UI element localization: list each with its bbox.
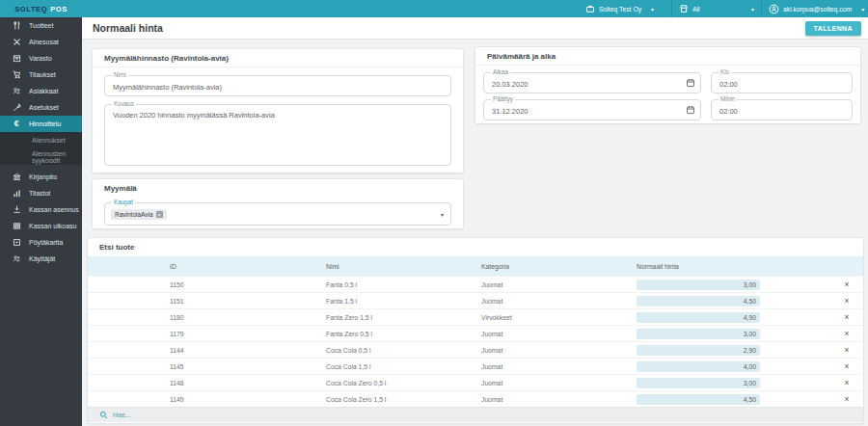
product-name: Fanta Zero 1,5 l — [326, 314, 481, 321]
end-date-field[interactable]: Päättyy 31.12.2020 — [483, 99, 701, 120]
sidebar-item-poytakartta[interactable]: Pöytäkartta — [0, 234, 82, 251]
product-name: Coca Cola 1,5 l — [326, 363, 481, 370]
product-id: 1151 — [170, 298, 326, 305]
price-input[interactable]: 3,00 — [637, 378, 760, 388]
sidebar-item-alennukset[interactable]: Alennukset — [0, 132, 82, 148]
location-value: All — [692, 6, 700, 13]
chevron-down-icon: ▾ — [651, 6, 654, 13]
page-title: Normaali hinta — [93, 22, 163, 34]
calendar-icon[interactable] — [686, 105, 695, 115]
remove-row-icon[interactable]: × — [830, 361, 863, 371]
remove-row-icon[interactable]: × — [830, 378, 863, 387]
sidebar-item-label: Pöytäkartta — [29, 239, 63, 246]
sidebar-item-tilastot[interactable]: Tilastot — [0, 185, 82, 201]
search-icon — [99, 411, 108, 419]
product-id: 1179 — [170, 331, 326, 337]
table-row: 1144 Coca Cola 0,5 l Juomat 2,90 × — [88, 341, 863, 358]
chevron-down-icon[interactable]: ▾ — [441, 211, 444, 218]
price-input[interactable]: 2,90 — [637, 345, 760, 356]
remove-row-icon[interactable]: × — [830, 312, 863, 322]
product-id: 1144 — [170, 347, 326, 354]
sidebar-item-ainesosat[interactable]: Ainesosat — [0, 34, 82, 50]
price-input[interactable]: 4,50 — [637, 296, 760, 306]
save-button[interactable]: TALLENNA — [805, 21, 861, 36]
start-date-field[interactable]: Alkaa 20.03.2020 — [483, 72, 701, 93]
price-input[interactable]: 3,00 — [637, 329, 760, 339]
sidebar-item-varasto[interactable]: Varasto — [0, 50, 82, 67]
price-input[interactable]: 4,90 — [637, 312, 760, 323]
products-card-title: Etsi tuote — [88, 238, 863, 256]
product-id: 1180 — [170, 314, 326, 321]
remove-row-icon[interactable]: × — [830, 280, 863, 289]
name-field[interactable]: Nimi Myymälähinnasto (Ravintola-avia) — [104, 75, 451, 96]
grid-layout-icon — [12, 222, 21, 231]
price-input[interactable]: 3,00 — [637, 280, 760, 290]
stores-multiselect[interactable]: Kaupat RavintolaAvia × ▾ — [104, 202, 451, 226]
sidebar-item-label: Asetukset — [29, 104, 59, 111]
sidebar-item-label: Ainesosat — [29, 39, 59, 45]
crossed-utensils-icon — [12, 38, 21, 47]
table-row: 1148 Coca Cola Zero 0,5 l Juomat 3,00 × — [88, 374, 863, 390]
products-card: Etsi tuote ID Nimi Kategoria Normaali hi… — [87, 237, 864, 424]
chevron-down-icon: ▾ — [861, 6, 864, 13]
column-header-price: Normaali hinta — [637, 263, 830, 270]
chevron-down-icon: ▾ — [751, 6, 754, 13]
product-search-input[interactable]: Hae... — [88, 407, 863, 422]
sidebar-item-hinnoittelu[interactable]: € Hinnoittelu — [0, 116, 82, 132]
stores-select-label: Kaupat — [112, 200, 135, 205]
sidebar-item-kassan-asennus[interactable]: Kassan asennus — [0, 201, 82, 218]
sidebar-item-kassan-ulkoasu[interactable]: Kassan ulkoasu — [0, 218, 82, 234]
user-menu[interactable]: aki.korpua@solteq.com ▾ — [762, 0, 868, 17]
price-input[interactable]: 4,50 — [637, 394, 760, 405]
fork-knife-icon — [12, 21, 21, 31]
sidebar-item-tuotteet[interactable]: Tuotteet — [0, 17, 82, 34]
product-name: Coca Cola Zero 1,5 l — [326, 396, 481, 403]
start-time-field[interactable]: Klo 02:00 — [711, 72, 853, 93]
sidebar-item-label: Varasto — [29, 55, 52, 62]
sidebar-item-kayttajat[interactable]: Käyttäjät — [0, 251, 82, 267]
price-list-card-title: Myymälähinnasto (Ravintola-avia) — [93, 49, 463, 67]
bank-icon — [12, 173, 21, 182]
sidebar-item-tilaukset[interactable]: Tilaukset — [0, 67, 82, 83]
description-field-value: Vuoden2020hinnastomyymälässäRavintola-av… — [105, 105, 450, 120]
table-map-icon — [12, 238, 21, 248]
calendar-icon[interactable] — [686, 78, 695, 88]
datetime-card: Päivämäärä ja aika Alkaa 20.03.2020 Klo … — [475, 46, 861, 124]
table-row: 1150 Fanta 0,5 l Juomat 3,00 × — [88, 276, 863, 292]
user-account-icon — [769, 4, 779, 14]
product-category: Juomat — [481, 347, 637, 354]
remove-row-icon[interactable]: × — [830, 296, 863, 306]
start-date-label: Alkaa — [491, 69, 510, 75]
description-word: Ravintola-avia — [229, 111, 275, 120]
product-name: Coca Cola Zero 0,5 l — [326, 380, 481, 386]
bar-chart-icon — [12, 189, 21, 199]
end-time-field[interactable]: Mihin 02:00 — [711, 99, 853, 120]
description-field[interactable]: Kuvaus Vuoden2020hinnastomyymälässäRavin… — [104, 104, 451, 166]
end-time-label: Mihin — [719, 96, 737, 102]
remove-row-icon[interactable]: × — [830, 394, 863, 404]
store-card: Myymälä Kaupat RavintolaAvia × ▾ — [92, 178, 464, 229]
remove-row-icon[interactable]: × — [830, 345, 863, 355]
product-name: Fanta Zero 0,5 l — [326, 331, 481, 337]
chip-remove-icon[interactable]: × — [156, 211, 163, 218]
description-field-label: Kuvaus — [112, 101, 136, 107]
remove-row-icon[interactable]: × — [830, 329, 863, 338]
sidebar-nav: Tuotteet Ainesosat Varasto Tilaukset Asi… — [0, 17, 82, 426]
product-category: Juomat — [481, 331, 637, 337]
sidebar-item-asiakkaat[interactable]: Asiakkaat — [0, 83, 82, 99]
product-category: Juomat — [481, 281, 637, 288]
sidebar-item-asetukset[interactable]: Asetukset — [0, 99, 82, 116]
company-selector[interactable]: Solteq Test Oy ▾ — [579, 0, 671, 17]
logo-solteq: SOLTEQ — [14, 5, 47, 13]
product-name: Fanta 1,5 l — [326, 298, 481, 305]
app-logo: SOLTEQ POS — [0, 0, 82, 17]
briefcase-icon — [585, 4, 595, 13]
sidebar-submenu-hinnoittelu: Alennukset Alennusten syykoodit — [0, 132, 82, 165]
location-selector[interactable]: All ▾ — [672, 0, 761, 17]
sidebar-item-kirjanpito[interactable]: Kirjanpito — [0, 169, 82, 185]
price-input[interactable]: 4,00 — [637, 361, 760, 372]
sidebar-item-alennusten-syykoodit[interactable]: Alennusten syykoodit — [0, 148, 82, 165]
start-time-value: 02:00 — [712, 73, 852, 89]
inventory-box-icon — [12, 54, 21, 64]
end-time-value: 02:00 — [712, 100, 852, 116]
